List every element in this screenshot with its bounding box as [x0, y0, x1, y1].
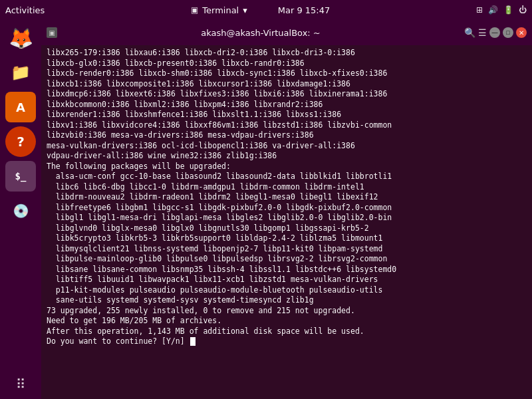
terminal-titlebar: ▣ akash@akash-VirtualBox: ~ 🔍 ☰ — □ ✕	[41, 20, 532, 45]
sidebar-item-help[interactable]: ?	[5, 126, 36, 157]
maximize-button[interactable]: □	[503, 27, 513, 38]
terminal-line: libxcb-render0:i386 libxcb-shm0:i386 lib…	[47, 68, 527, 79]
titlebar-left: ▣	[47, 27, 57, 38]
terminal-body[interactable]: libx265-179:i386 libxau6:i386 libxcb-dri…	[41, 45, 532, 399]
terminal-line: libxcb-glx0:i386 libxcb-present0:i386 li…	[47, 59, 527, 69]
terminal-line: libc6 libc6-dbg libcc1-0 libdrm-amdgpu1 …	[47, 182, 527, 193]
sidebar-item-cd[interactable]: 💿	[5, 196, 36, 226]
sidebar-item-appstore[interactable]: A	[5, 92, 36, 122]
terminal-line: sane-utils systemd systemd-sysv systemd-…	[47, 295, 527, 306]
datetime: Mar 9 15:47	[278, 5, 331, 15]
terminal-line: libx265-179:i386 libxau6:i386 libxcb-dri…	[47, 48, 527, 59]
dropdown-icon[interactable]: ▾	[243, 5, 247, 15]
terminal-line: libxrender1:i386 libxshmfence1:i386 libx…	[47, 110, 527, 120]
terminal-line: 73 upgraded, 255 newly installed, 0 to r…	[47, 306, 527, 317]
terminal-line: libgl1 libgl1-mesa-dri libglapi-mesa lib…	[47, 213, 527, 223]
topbar: Activities ▣ Terminal ▾ Mar 9 15:47 ⊞ 🔊 …	[0, 0, 532, 20]
terminal-line: libxv1:i386 libxvidcore4:i386 libxxf86vm…	[47, 120, 527, 131]
terminal-line: libxdmcp6:i386 libxext6:i386 libxfixes3:…	[47, 89, 527, 100]
terminal-line: mesa-vulkan-drivers:i386 ocl-icd-libopen…	[47, 141, 527, 152]
terminal-line: libtiff5 libuuid1 libwavpack1 libx11-xcb…	[47, 275, 527, 285]
minimize-button[interactable]: —	[489, 27, 500, 38]
close-button[interactable]: ✕	[516, 27, 527, 38]
terminal-line: libk5crypto3 libkrb5-3 libkrb5support0 l…	[47, 233, 527, 244]
terminal-line: libglvnd0 libglx-mesa0 libglx0 libgnutls…	[47, 223, 527, 234]
sidebar-item-files[interactable]: 📁	[5, 57, 36, 88]
terminal-line: libxkbcommon0:i386 libxml2:i386 libxpm4:…	[47, 100, 527, 110]
terminal-cursor	[190, 337, 196, 346]
terminal-line: Do you want to continue? [Y/n]	[47, 336, 527, 347]
terminal-line: vdpau-driver-all:i386 wine wine32:i386 z…	[47, 151, 527, 162]
terminal-line: libpulse-mainloop-glib0 libpulse0 libpul…	[47, 254, 527, 265]
terminal-title-icon: ▣	[47, 27, 57, 38]
topbar-center: ▣ Terminal ▾ Mar 9 15:47	[191, 5, 330, 15]
terminal-line: Need to get 196 MB/205 MB of archives.	[47, 316, 527, 327]
search-button[interactable]: 🔍	[464, 27, 475, 38]
titlebar-center: akash@akash-VirtualBox: ~	[57, 28, 464, 38]
topbar-right: ⊞ 🔊 🔋 ⏻	[476, 5, 527, 15]
network-icon[interactable]: ⊞	[476, 5, 483, 15]
terminal-title: akash@akash-VirtualBox: ~	[201, 28, 320, 38]
terminal-line: libdrm-nouveau2 libdrm-radeon1 libdrm2 l…	[47, 192, 527, 203]
terminal-line: libxcb1:i386 libxcomposite1:i386 libxcur…	[47, 79, 527, 90]
terminal-line: libmysqlclient21 libnss-systemd libopenj…	[47, 244, 527, 255]
terminal-line: alsa-ucm-conf gcc-10-base libasound2 lib…	[47, 172, 527, 182]
topbar-left: Activities	[5, 5, 45, 15]
sidebar-apps-grid[interactable]: ⠿	[16, 376, 26, 392]
power-icon[interactable]: ⏻	[519, 5, 527, 15]
terminal-line: After this operation, 1,143 MB of additi…	[47, 327, 527, 337]
terminal-window: ▣ akash@akash-VirtualBox: ~ 🔍 ☰ — □ ✕ li…	[41, 20, 532, 399]
menu-button[interactable]: ☰	[478, 27, 487, 38]
sidebar: 🦊 📁 A ? $_ 💿 ⠿	[0, 20, 41, 399]
activities-label[interactable]: Activities	[5, 5, 45, 15]
sound-icon[interactable]: 🔊	[488, 5, 498, 15]
terminal-line: libfreetype6 libgbm1 libgcc-s1 libgdk-pi…	[47, 203, 527, 213]
sidebar-item-firefox[interactable]: 🦊	[5, 23, 36, 53]
battery-icon[interactable]: 🔋	[503, 5, 513, 15]
sidebar-item-terminal[interactable]: $_	[5, 161, 36, 192]
terminal-line: p11-kit-modules pulseaudio pulseaudio-mo…	[47, 285, 527, 296]
terminal-icon: ▣	[191, 5, 198, 15]
terminal-line: libzvbi0:i386 mesa-va-drivers:i386 mesa-…	[47, 130, 527, 141]
terminal-line: The following packages will be upgraded:	[47, 162, 527, 172]
titlebar-right: 🔍 ☰ — □ ✕	[464, 27, 527, 38]
terminal-line: libsane libsane-common libsnmp35 libssh-…	[47, 265, 527, 275]
terminal-label[interactable]: Terminal	[202, 5, 239, 15]
